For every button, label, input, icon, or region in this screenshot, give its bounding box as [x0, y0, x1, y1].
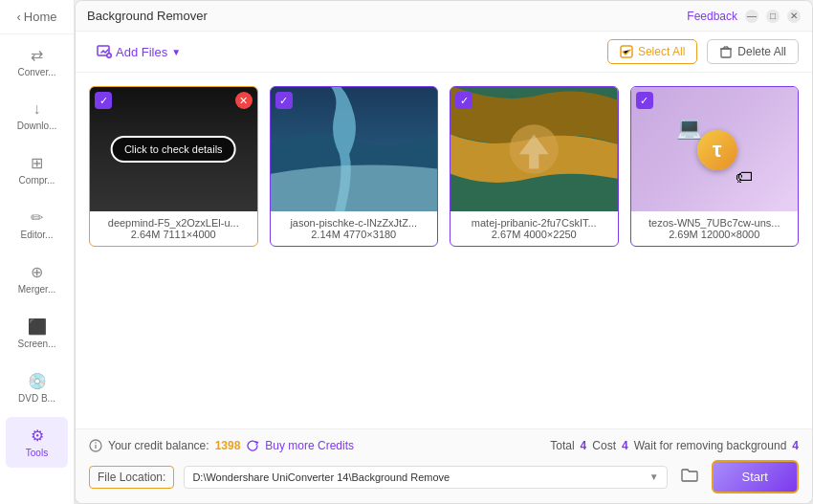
back-icon: ‹ [16, 10, 20, 24]
dropdown-arrow-icon: ▼ [171, 47, 181, 57]
image-info-1: jason-pischke-c-lNzZxJtZ... 2.14M 4770×3… [271, 211, 438, 246]
add-files-icon [97, 44, 112, 59]
sidebar-item-dvd[interactable]: 💿 DVD B... [6, 362, 68, 413]
sidebar-home-label: Home [24, 10, 57, 24]
buy-more-link[interactable]: Buy more Credits [265, 439, 354, 452]
toolbar-right: Select All Delete All [607, 39, 799, 64]
selected-check-2: ✓ [455, 92, 472, 109]
svg-point-15 [95, 442, 97, 444]
selected-check-0: ✓ [95, 92, 112, 109]
sidebar-back-button[interactable]: ‹ Home [0, 0, 74, 34]
sidebar-item-tools[interactable]: ⚙ Tools [6, 417, 68, 468]
folder-icon [681, 468, 698, 483]
cost-value: 4 [622, 439, 628, 452]
image-card-2[interactable]: ✓ matej-pribanic-2fu7CskIT... 2.67M 4000… [450, 86, 619, 247]
image-preview-1: ✓ [271, 87, 438, 211]
refresh-icon [246, 439, 259, 452]
download-icon: ↓ [33, 100, 41, 118]
sidebar-compress-label: Compr... [19, 175, 55, 186]
sidebar-convert-label: Conver... [17, 67, 55, 77]
bottom-file-row: File Location: D:\Wondershare UniConvert… [89, 460, 799, 493]
wait-value: 4 [792, 439, 799, 452]
image-info-0: deepmind-F5_x2OzxLEl-u... 2.64M 7111×400… [90, 211, 257, 246]
total-label: Total [550, 439, 574, 452]
bottom-stats: Your credit balance: 1398 Buy more Credi… [89, 439, 799, 452]
image-info-2: matej-pribanic-2fu7CskIT... 2.67M 4000×2… [450, 211, 618, 246]
screen-icon: ⬛ [28, 318, 47, 336]
sidebar-download-label: Downlo... [17, 121, 57, 131]
sidebar-tools-label: Tools [26, 448, 48, 458]
feedback-link[interactable]: Feedback [687, 10, 737, 23]
dvd-icon: 💿 [28, 372, 47, 390]
image-preview-0: ✓ ✕ Click to check details [90, 87, 257, 211]
merger-icon: ⊕ [31, 263, 43, 281]
sidebar-editor-label: Editor... [21, 230, 54, 240]
browse-folder-button[interactable] [677, 468, 702, 487]
dialog-toolbar: Add Files ▼ Select All [76, 32, 812, 73]
image-name-0: deepmind-F5_x2OzxLEl-u... [108, 217, 239, 229]
image-name-1: jason-pischke-c-lNzZxJtZ... [290, 217, 417, 229]
image-dims-2: 4000×2250 [523, 229, 576, 240]
file-path-text: D:\Wondershare UniConverter 14\Backgroun… [192, 471, 648, 483]
svg-rect-5 [721, 49, 731, 57]
dialog-bottom: Your credit balance: 1398 Buy more Credi… [76, 428, 812, 503]
delete-all-button[interactable]: Delete All [707, 39, 799, 64]
image-card-1[interactable]: ✓ [270, 86, 439, 247]
window-minimize-button[interactable]: — [745, 10, 758, 23]
sidebar: ‹ Home ⇄ Conver... ↓ Downlo... ⊞ Compr..… [0, 0, 75, 504]
aerial-svg [450, 87, 618, 211]
file-path-display: D:\Wondershare UniConverter 14\Backgroun… [184, 466, 667, 489]
dialog-titlebar: Background Remover Feedback — □ ✕ [76, 1, 812, 32]
sidebar-item-screen[interactable]: ⬛ Screen... [6, 308, 68, 359]
sidebar-merger-label: Merger... [18, 284, 55, 295]
image-dims-1: 4770×3180 [343, 229, 396, 240]
window-maximize-button[interactable]: □ [766, 10, 780, 23]
sidebar-screen-label: Screen... [17, 339, 55, 349]
stats-right: Total 4 Cost 4 Wait for removing backgro… [550, 439, 799, 452]
image-size-1: 2.14M [311, 229, 341, 240]
image-grid: ✓ ✕ Click to check details deepmind-F5_x… [76, 73, 812, 428]
wait-label: Wait for removing background [634, 439, 787, 452]
image-size-0: 2.64M [131, 229, 161, 240]
compress-icon: ⊞ [31, 154, 43, 172]
remove-button-0[interactable]: ✕ [235, 92, 253, 109]
dialog-title: Background Remover [87, 9, 208, 23]
image-dims-3: 12000×8000 [701, 229, 759, 240]
image-size-3: 2.69M [669, 229, 698, 240]
start-button[interactable]: Start [712, 460, 799, 493]
sidebar-item-compress[interactable]: ⊞ Compr... [6, 144, 68, 195]
background-remover-dialog: Background Remover Feedback — □ ✕ Add Fi… [75, 0, 813, 504]
window-close-button[interactable]: ✕ [787, 10, 801, 23]
editor-icon: ✏ [31, 208, 43, 227]
image-info-3: tezos-WN5_7UBc7cw-uns... 2.69M 12000×800… [631, 211, 799, 246]
sidebar-dvd-label: DVD B... [18, 393, 55, 404]
dialog-controls: Feedback — □ ✕ [687, 10, 801, 23]
tools-icon: ⚙ [31, 427, 44, 445]
image-preview-2: ✓ [450, 87, 618, 211]
select-all-checkbox-icon [620, 45, 633, 58]
sidebar-item-convert[interactable]: ⇄ Conver... [6, 36, 68, 87]
sidebar-item-merger[interactable]: ⊕ Merger... [6, 253, 68, 304]
convert-icon: ⇄ [31, 46, 43, 64]
waterfall-svg [271, 87, 438, 211]
info-icon [89, 439, 102, 452]
credit-value: 1398 [215, 439, 241, 452]
sidebar-item-download[interactable]: ↓ Downlo... [6, 91, 68, 141]
click-details-button[interactable]: Click to check details [111, 136, 236, 163]
delete-icon [719, 45, 733, 58]
cost-label: Cost [592, 439, 616, 452]
crypto-scene: 💻 τ 🏷 [631, 87, 799, 211]
sidebar-item-editor[interactable]: ✏ Editor... [6, 199, 68, 250]
total-value: 4 [581, 439, 587, 452]
select-all-button[interactable]: Select All [607, 39, 697, 64]
image-card-0[interactable]: ✓ ✕ Click to check details deepmind-F5_x… [89, 86, 258, 247]
image-dims-0: 7111×4000 [163, 229, 215, 240]
file-location-label: File Location: [89, 466, 174, 489]
add-files-button[interactable]: Add Files ▼ [89, 40, 188, 63]
path-dropdown-arrow[interactable]: ▼ [649, 471, 659, 482]
selected-check-1: ✓ [275, 92, 293, 109]
image-name-2: matej-pribanic-2fu7CskIT... [472, 217, 597, 229]
image-size-2: 2.67M [492, 229, 521, 240]
image-name-3: tezos-WN5_7UBc7cw-uns... [648, 217, 780, 229]
image-card-3[interactable]: ✓ 💻 τ 🏷 tezos-WN5_7UBc7cw-uns... [630, 86, 800, 247]
